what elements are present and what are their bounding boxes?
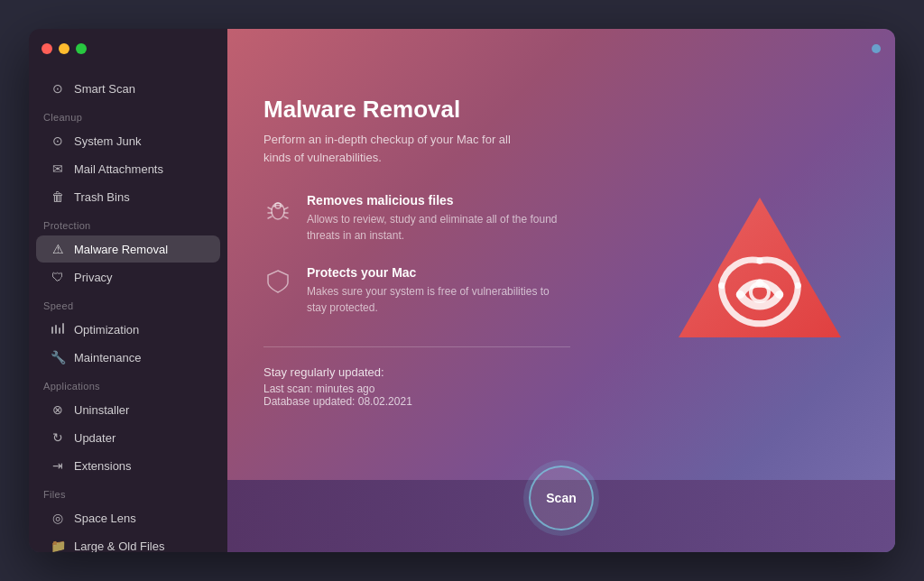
- sidebar-item-label: Updater: [74, 431, 116, 445]
- sidebar-item-large-old-files[interactable]: 📁 Large & Old Files: [36, 532, 220, 552]
- uninstaller-icon: ⊗: [51, 402, 65, 417]
- sidebar-item-malware-removal[interactable]: ⚠ Malware Removal: [36, 235, 220, 263]
- main-content: Malware Removal Perform an in-depth chec…: [227, 29, 895, 552]
- traffic-minimize-button[interactable]: [59, 43, 69, 54]
- db-updated-text: Database updated: 08.02.2021: [263, 395, 859, 408]
- protection-section-label: Protection: [29, 211, 227, 235]
- feature-removes-malicious-desc: Allows to review, study and eliminate al…: [307, 211, 559, 244]
- feature-protects-mac-title: Protects your Mac: [307, 265, 559, 280]
- sidebar-item-label: Extensions: [74, 459, 132, 473]
- feature-removes-malicious-text: Removes malicious files Allows to review…: [307, 193, 559, 244]
- updater-icon: ↻: [51, 430, 65, 445]
- applications-section-label: Applications: [29, 372, 227, 395]
- sidebar-item-label: Trash Bins: [74, 190, 130, 204]
- page-subtitle: Perform an in-depth checkup of your Mac …: [263, 131, 534, 166]
- scan-button[interactable]: Scan: [529, 466, 594, 530]
- feature-protects-mac-text: Protects your Mac Makes sure your system…: [307, 265, 559, 316]
- sidebar-item-label: Privacy: [74, 271, 113, 284]
- feature-protects-mac-desc: Makes sure your system is free of vulner…: [307, 283, 559, 316]
- sidebar-item-smart-scan[interactable]: ⊙ Smart Scan: [36, 75, 220, 102]
- sidebar-item-label: Maintenance: [74, 351, 141, 364]
- malware-icon: ⚠: [51, 242, 65, 256]
- biohazard-graphic: [661, 175, 859, 374]
- sidebar-item-label: System Junk: [74, 134, 141, 148]
- sidebar-item-mail-attachments[interactable]: ✉ Mail Attachments: [36, 155, 220, 182]
- status-indicator: [872, 44, 881, 53]
- space-lens-icon: ◎: [51, 511, 65, 525]
- sidebar-item-space-lens[interactable]: ◎ Space Lens: [36, 504, 220, 531]
- shield-icon: [263, 267, 292, 296]
- app-window: ⊙ Smart Scan Cleanup ⊙ System Junk ✉ Mai…: [29, 29, 895, 552]
- optimization-icon: [51, 322, 65, 337]
- speed-section-label: Speed: [29, 291, 227, 315]
- sidebar-item-label: Uninstaller: [74, 403, 129, 417]
- sidebar-item-extensions[interactable]: ⇥ Extensions: [36, 452, 220, 479]
- sidebar: ⊙ Smart Scan Cleanup ⊙ System Junk ✉ Mai…: [29, 29, 227, 552]
- extensions-icon: ⇥: [51, 458, 65, 473]
- sidebar-item-system-junk[interactable]: ⊙ System Junk: [36, 127, 220, 154]
- main-titlebar: [227, 29, 895, 69]
- sidebar-item-optimization[interactable]: Optimization: [36, 316, 220, 343]
- sidebar-item-label: Optimization: [74, 323, 139, 337]
- divider: [263, 346, 570, 347]
- sidebar-item-trash-bins[interactable]: 🗑 Trash Bins: [36, 183, 220, 210]
- svg-line-10: [268, 208, 272, 209]
- sidebar-item-label: Space Lens: [74, 512, 136, 525]
- page-title: Malware Removal: [263, 96, 859, 124]
- svg-line-15: [284, 217, 288, 218]
- large-files-icon: 📁: [51, 539, 65, 552]
- files-section-label: Files: [29, 480, 227, 503]
- sidebar-nav: ⊙ Smart Scan Cleanup ⊙ System Junk ✉ Mai…: [29, 69, 227, 552]
- feature-removes-malicious-title: Removes malicious files: [307, 193, 559, 208]
- sidebar-item-label: Mail Attachments: [74, 162, 163, 176]
- sidebar-item-label: Smart Scan: [74, 82, 135, 96]
- trash-icon: 🗑: [51, 189, 65, 204]
- sidebar-titlebar: [29, 29, 227, 69]
- sidebar-item-updater[interactable]: ↻ Updater: [36, 424, 220, 451]
- sidebar-item-privacy[interactable]: 🛡 Privacy: [36, 263, 220, 290]
- scan-bar: Scan: [227, 480, 895, 552]
- cleanup-section-label: Cleanup: [29, 103, 227, 126]
- traffic-close-button[interactable]: [42, 43, 52, 54]
- sidebar-item-label: Large & Old Files: [74, 540, 164, 553]
- smart-scan-icon: ⊙: [51, 81, 65, 96]
- sidebar-item-uninstaller[interactable]: ⊗ Uninstaller: [36, 396, 220, 423]
- traffic-maximize-button[interactable]: [76, 43, 87, 54]
- last-scan-text: Last scan: minutes ago: [263, 383, 859, 395]
- sidebar-item-label: Malware Removal: [74, 243, 168, 256]
- system-junk-icon: ⊙: [51, 134, 65, 148]
- sidebar-item-maintenance[interactable]: 🔧 Maintenance: [36, 344, 220, 371]
- bug-icon: [263, 195, 292, 224]
- main-body: Malware Removal Perform an in-depth chec…: [227, 69, 895, 480]
- svg-line-12: [268, 217, 272, 218]
- maintenance-icon: 🔧: [51, 350, 65, 364]
- mail-icon: ✉: [51, 161, 65, 176]
- svg-line-13: [284, 208, 288, 209]
- privacy-icon: 🛡: [51, 270, 65, 284]
